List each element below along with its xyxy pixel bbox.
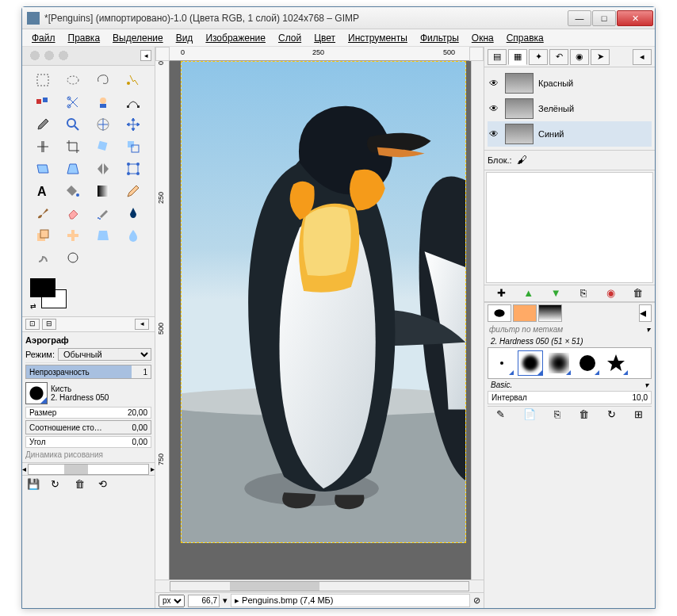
menu-image[interactable]: Изображение	[199, 31, 272, 45]
tool-text[interactable]: A	[30, 182, 55, 201]
menu-file[interactable]: Файл	[25, 31, 62, 45]
brushes-tab[interactable]	[488, 304, 511, 322]
channels-tab[interactable]: ▦	[508, 49, 527, 65]
reset-preset-icon[interactable]: ⟲	[98, 478, 111, 491]
vertical-ruler[interactable]: 0 250 500 750	[155, 61, 170, 580]
tool-color-picker[interactable]	[30, 115, 55, 134]
fg-color-swatch[interactable]	[30, 278, 55, 297]
brush-item[interactable]	[518, 351, 542, 375]
tool-rotate[interactable]	[90, 137, 116, 156]
horizontal-scrollbar[interactable]	[155, 580, 484, 592]
menu-help[interactable]: Справка	[500, 31, 550, 45]
channel-to-selection-icon[interactable]: ◉	[604, 287, 617, 300]
opacity-slider[interactable]: Непрозрачность 1	[25, 365, 151, 379]
unit-select[interactable]: px	[159, 595, 185, 607]
brush-item[interactable]	[604, 351, 628, 375]
canvas-area[interactable]	[170, 61, 471, 580]
tool-perspective-clone[interactable]	[90, 226, 116, 245]
menu-tools[interactable]: Инструменты	[342, 31, 414, 45]
filter-dropdown-icon[interactable]: ▾	[646, 325, 650, 334]
color-swatches[interactable]: ⇄	[30, 278, 78, 310]
close-button[interactable]: ✕	[617, 10, 653, 26]
tool-scale[interactable]	[120, 137, 146, 156]
tool-opts-scrollbar[interactable]: ◂▸	[22, 462, 155, 475]
tool-options-menu-button[interactable]: ◂	[135, 319, 149, 330]
undo-tab[interactable]: ↶	[549, 49, 568, 65]
gradients-tab[interactable]	[538, 304, 562, 322]
brush-grid[interactable]	[488, 347, 652, 379]
patterns-tab[interactable]	[513, 304, 537, 322]
tool-airbrush[interactable]	[90, 204, 116, 223]
image-canvas[interactable]	[181, 61, 466, 543]
menu-colors[interactable]: Цвет	[308, 31, 342, 45]
raise-channel-icon[interactable]: ▲	[522, 287, 535, 300]
menu-view[interactable]: Вид	[170, 31, 200, 45]
brush-item[interactable]	[490, 351, 514, 375]
tool-rect-select[interactable]	[30, 71, 55, 90]
tool-free-select[interactable]	[90, 71, 116, 90]
tool-foreground-select[interactable]	[90, 93, 116, 112]
brush-item[interactable]	[576, 351, 599, 375]
tool-smudge[interactable]	[30, 248, 55, 267]
open-as-image-icon[interactable]: ⊞	[634, 408, 643, 420]
tool-blend[interactable]	[90, 182, 116, 201]
lower-channel-icon[interactable]: ▼	[549, 287, 562, 300]
eye-icon[interactable]: 👁	[489, 78, 500, 89]
tool-shear[interactable]	[30, 159, 55, 178]
delete-channel-icon[interactable]: 🗑	[632, 287, 644, 300]
empty-list-area[interactable]	[486, 172, 653, 283]
zoom-field[interactable]	[188, 595, 220, 607]
maximize-button[interactable]: □	[592, 10, 616, 26]
tool-fuzzy-select[interactable]	[120, 71, 146, 90]
lock-pixels-icon[interactable]: 🖌	[517, 154, 530, 166]
duplicate-brush-icon[interactable]: ⎘	[554, 408, 560, 420]
tool-crop[interactable]	[60, 137, 86, 156]
tool-blur[interactable]	[120, 226, 146, 245]
tool-clone[interactable]	[30, 226, 55, 245]
layers-tab[interactable]: ▤	[488, 49, 507, 65]
ruler-corner[interactable]	[155, 47, 170, 61]
restore-preset-icon[interactable]: ↻	[51, 478, 63, 491]
cancel-icon[interactable]: ⊘	[473, 595, 480, 606]
eye-icon[interactable]: 👁	[489, 128, 500, 140]
tool-dodge[interactable]	[60, 248, 86, 267]
refresh-brush-icon[interactable]: ↻	[607, 408, 616, 420]
delete-brush-icon[interactable]: 🗑	[579, 408, 589, 420]
brush-preview[interactable]	[25, 382, 48, 404]
aspect-slider[interactable]: Соотношение сто…0,00	[25, 420, 151, 434]
tool-move[interactable]	[120, 115, 146, 134]
paths-tab[interactable]: ✦	[529, 49, 548, 65]
brush-interval-field[interactable]: Интервал10,0	[488, 391, 652, 404]
pointer-tab[interactable]: ➤	[591, 49, 610, 65]
tool-paintbrush[interactable]	[30, 204, 55, 223]
menu-layer[interactable]: Слой	[272, 31, 308, 45]
new-channel-icon[interactable]: ✚	[495, 287, 507, 300]
edit-brush-icon[interactable]: ✎	[496, 408, 505, 420]
tool-zoom[interactable]	[60, 115, 86, 134]
quickmask-toggle[interactable]	[469, 47, 484, 61]
vertical-scrollbar[interactable]	[471, 61, 484, 580]
angle-field[interactable]: Угол0,00	[25, 436, 151, 448]
brush-filter-input[interactable]	[489, 325, 646, 334]
delete-preset-icon[interactable]: 🗑	[75, 478, 87, 491]
tool-bucket-fill[interactable]	[60, 182, 86, 201]
titlebar[interactable]: *[Penguins] (импортировано)-1.0 (Цвета R…	[22, 7, 655, 29]
horizontal-ruler[interactable]: 0 250 500	[170, 47, 469, 61]
tool-ellipse-select[interactable]	[60, 71, 86, 90]
brush-dock-menu[interactable]: ◂	[639, 304, 652, 322]
tool-scissors[interactable]	[60, 93, 86, 112]
zoom-dropdown-icon[interactable]: ▾	[223, 595, 228, 606]
dock-menu-button[interactable]: ◂	[140, 50, 151, 61]
minimize-button[interactable]: —	[568, 10, 591, 26]
brush-item[interactable]	[547, 351, 571, 375]
swap-colors-icon[interactable]: ⇄	[30, 302, 38, 310]
menu-edit[interactable]: Правка	[62, 31, 107, 45]
tool-eraser[interactable]	[60, 204, 86, 223]
channel-blue[interactable]: 👁 Синий	[488, 121, 652, 147]
tool-options-tab[interactable]: ⊡	[25, 319, 40, 330]
dock-menu-right[interactable]: ◂	[633, 49, 652, 65]
tool-measure[interactable]	[90, 115, 116, 134]
tool-paths[interactable]	[120, 93, 146, 112]
tool-cage[interactable]	[120, 159, 146, 178]
eye-icon[interactable]: 👁	[489, 103, 500, 114]
